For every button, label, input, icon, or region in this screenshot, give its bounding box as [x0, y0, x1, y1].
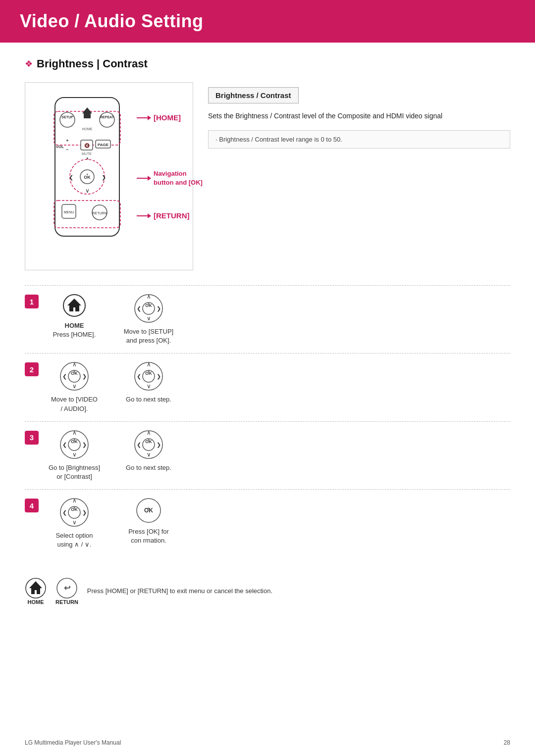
- svg-text:∨: ∨: [72, 519, 77, 526]
- step-2-right-desc: Go to next step.: [126, 395, 171, 404]
- step-1-content: HOME Press [HOME]. OK ● ∧ ∨ ❮ ❯ M: [45, 294, 510, 345]
- svg-text:MENU: MENU: [64, 210, 74, 214]
- step-2-content: OK ● ∧ ∨ ❮ ❯ Move to [VIDEO/ AUDIO]. OK: [45, 361, 510, 413]
- ok-nav-icon-step2-right: OK ● ∧ ∨ ❮ ❯: [134, 361, 163, 391]
- footer-home-label: HOME: [28, 599, 44, 605]
- footer-manual-name: LG Multimedia Player User's Manual: [25, 739, 121, 746]
- step-3-content: OK ● ∧ ∨ ❮ ❯ Go to [Brightness]or [Contr…: [45, 430, 510, 481]
- svg-text:SETUP: SETUP: [61, 115, 73, 119]
- svg-text:❮: ❮: [62, 442, 67, 448]
- svg-text:∨: ∨: [147, 315, 151, 322]
- svg-text:∧: ∧: [72, 361, 77, 368]
- svg-text:∧: ∧: [72, 430, 77, 436]
- svg-text:MUTE: MUTE: [82, 152, 92, 155]
- info-note-text: · Brightness / Contrast level range is 0…: [215, 136, 342, 143]
- svg-text:❮: ❮: [137, 442, 141, 448]
- step-row-4: 4 OK ● ∧ ∨ ❮ ❯ Select optionusing ∧ / ∨.: [25, 489, 510, 557]
- svg-text:∨: ∨: [72, 383, 77, 390]
- remote-diagram-box: SETUP HOME REPEAT + VOL: [25, 82, 193, 270]
- main-section: SETUP HOME REPEAT + VOL: [25, 82, 510, 270]
- step-row-1: 1 HOME Press [HOME]. OK: [25, 285, 510, 353]
- svg-text:+: +: [66, 138, 68, 143]
- svg-text:❮: ❮: [62, 509, 67, 516]
- svg-text:❮: ❮: [62, 373, 67, 380]
- footer-row: HOME ↩ RETURN Press [HOME] or [RETURN] t…: [25, 567, 510, 605]
- svg-text:❯: ❯: [82, 509, 87, 516]
- ok-nav-icon-step3-right: OK ● ∧ ∨ ❮ ❯: [134, 430, 163, 459]
- svg-text:∨: ∨: [147, 383, 151, 390]
- diamond-icon: ❖: [25, 58, 33, 69]
- info-description: Sets the Brightness / Contrast level of …: [208, 110, 510, 121]
- svg-point-2: [60, 112, 75, 127]
- return-label: [RETURN]: [137, 211, 190, 220]
- info-note: · Brightness / Contrast level range is 0…: [208, 130, 510, 149]
- svg-text:❯: ❯: [157, 442, 161, 448]
- svg-text:PAGE: PAGE: [98, 143, 109, 147]
- svg-text:−: −: [66, 147, 68, 152]
- svg-text:∧: ∧: [147, 430, 151, 436]
- svg-text:❮: ❮: [137, 373, 141, 380]
- ok-nav-icon-step2-left: OK ● ∧ ∨ ❮ ❯: [59, 361, 89, 391]
- svg-text:❮: ❮: [69, 174, 73, 181]
- ok-large-icon-step4: OK ●: [136, 498, 161, 523]
- svg-text:∨: ∨: [147, 451, 151, 458]
- step-number-4: 4: [25, 499, 39, 512]
- step-4-left: OK ● ∧ ∨ ❮ ❯ Select optionusing ∧ / ∨.: [45, 498, 104, 549]
- footer-return-svg: ↩: [56, 577, 78, 599]
- svg-text:●: ●: [73, 505, 75, 509]
- step-4-left-desc: Select optionusing ∧ / ∨.: [55, 531, 93, 549]
- step-3-left: OK ● ∧ ∨ ❮ ❯ Go to [Brightness]or [Contr…: [45, 430, 104, 481]
- step-3-right: OK ● ∧ ∨ ❮ ❯ Go to next step.: [119, 430, 178, 481]
- step-row-3: 3 OK ● ∧ ∨ ❮ ❯ Go to [Brightness]or [Con…: [25, 421, 510, 489]
- svg-text:❯: ❯: [82, 373, 87, 380]
- section-title: ❖ Brightness | Contrast: [25, 57, 510, 70]
- page-title: Video / Audio Setting: [20, 11, 515, 32]
- ok-nav-icon-step3-left: OK ● ∧ ∨ ❮ ❯: [59, 430, 89, 459]
- step-number-3: 3: [25, 431, 39, 445]
- svg-point-6: [100, 112, 114, 127]
- home-icon-step1: [62, 294, 86, 317]
- home-label-text: [HOME]: [154, 113, 181, 122]
- svg-text:VOL: VOL: [56, 145, 64, 149]
- svg-text:●: ●: [148, 369, 150, 373]
- svg-text:●: ●: [148, 438, 150, 441]
- svg-text:↩: ↩: [63, 584, 70, 592]
- step-1-left-desc: Press [HOME].: [53, 330, 96, 339]
- step-1-left-label: HOME: [65, 321, 84, 330]
- svg-text:REPEAT: REPEAT: [100, 115, 114, 119]
- step-3-left-desc: Go to [Brightness]or [Contrast]: [49, 463, 100, 481]
- svg-text:∨: ∨: [72, 451, 77, 458]
- svg-text:●: ●: [148, 506, 150, 510]
- svg-text:●: ●: [73, 369, 75, 373]
- svg-text:❯: ❯: [82, 442, 87, 448]
- page-header: Video / Audio Setting: [0, 0, 535, 43]
- info-box: Brightness / Contrast Sets the Brightnes…: [208, 82, 510, 270]
- return-label-text: [RETURN]: [154, 211, 190, 220]
- home-label: [HOME]: [137, 113, 181, 122]
- step-1-right: OK ● ∧ ∨ ❮ ❯ Move to [SETUP]and press [O…: [119, 294, 178, 345]
- step-2-left: OK ● ∧ ∨ ❮ ❯ Move to [VIDEO/ AUDIO].: [45, 361, 104, 413]
- nav-label: Navigation button and [OK]: [137, 169, 206, 187]
- footer-home-svg: [25, 577, 47, 599]
- steps-section: 1 HOME Press [HOME]. OK: [25, 285, 510, 557]
- step-4-content: OK ● ∧ ∨ ❮ ❯ Select optionusing ∧ / ∨. O…: [45, 498, 510, 549]
- svg-text:❮: ❮: [137, 305, 141, 312]
- svg-text:∧: ∧: [72, 498, 77, 504]
- step-1-left: HOME Press [HOME].: [45, 294, 104, 345]
- step-number-1: 1: [25, 295, 39, 308]
- svg-text:●: ●: [86, 172, 88, 176]
- footer-home-icon: HOME: [25, 577, 47, 605]
- svg-text:∧: ∧: [147, 294, 151, 300]
- footer-return-icon: ↩ RETURN: [55, 577, 78, 605]
- step-2-right: OK ● ∧ ∨ ❮ ❯ Go to next step.: [119, 361, 178, 413]
- page-footer: LG Multimedia Player User's Manual 28: [25, 739, 510, 746]
- step-3-right-desc: Go to next step.: [126, 463, 171, 472]
- step-2-left-desc: Move to [VIDEO/ AUDIO].: [51, 395, 98, 413]
- svg-text:∧: ∧: [147, 361, 151, 368]
- svg-text:HOME: HOME: [82, 127, 93, 131]
- info-title: Brightness / Contrast: [208, 87, 299, 103]
- page-content: ❖ Brightness | Contrast SETUP: [0, 57, 535, 625]
- svg-text:●: ●: [73, 438, 75, 441]
- svg-text:❯: ❯: [157, 305, 161, 312]
- nav-label-text: Navigation button and [OK]: [154, 169, 206, 187]
